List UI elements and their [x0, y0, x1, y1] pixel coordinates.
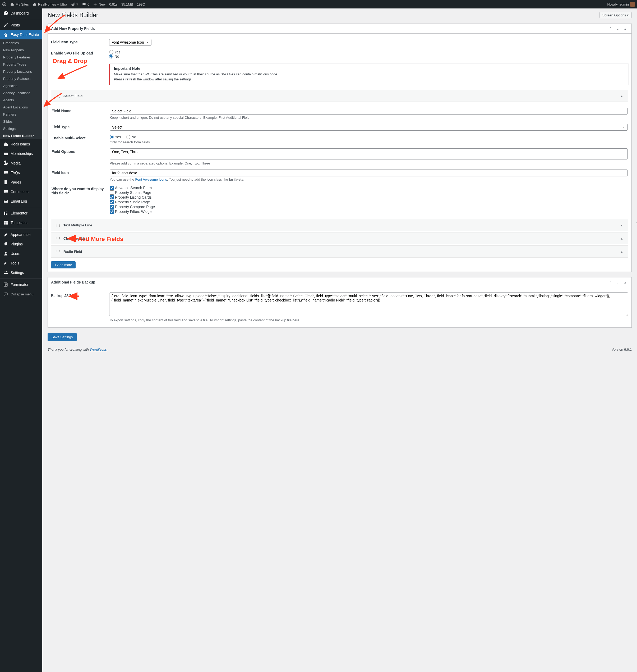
field-name-label: Field Name	[52, 108, 110, 113]
svg-point-8	[5, 273, 6, 274]
svg-upload-label: Enable SVG File Upload	[51, 50, 109, 55]
move-down-icon[interactable]: ⌄	[615, 25, 621, 32]
menu-faqs[interactable]: FAQs	[0, 168, 42, 177]
expand-field-icon[interactable]: ▴	[619, 248, 625, 255]
submenu-agency-locations[interactable]: Agency Locations	[0, 89, 42, 96]
chk-property-single[interactable]: Property Single Page	[110, 200, 628, 204]
chk-property-submit[interactable]: Property Submit Page	[110, 190, 628, 195]
menu-settings[interactable]: Settings	[0, 268, 42, 278]
drag-handle-icon[interactable]: ⋮⋮	[54, 236, 61, 241]
submenu-property-statuses[interactable]: Property Statuses	[0, 75, 42, 82]
svg-point-6	[5, 252, 6, 254]
expand-field-icon[interactable]: ▴	[619, 222, 625, 228]
add-more-button[interactable]: + Add more	[51, 261, 76, 268]
menu-media[interactable]: Media	[0, 158, 42, 168]
field-text-multiline-header[interactable]: ⋮⋮Text Multiple Line ▴	[51, 219, 628, 231]
svg-rect-2	[4, 212, 5, 215]
drag-handle-icon[interactable]: ⋮⋮	[54, 223, 61, 227]
updates[interactable]: 7	[71, 2, 78, 6]
menu-tools[interactable]: Tools	[0, 259, 42, 268]
submenu-property-features[interactable]: Property Features	[0, 54, 42, 61]
menu-templates[interactable]: Templates	[0, 218, 42, 227]
menu-appearance[interactable]: Appearance	[0, 230, 42, 239]
field-options-label: Field Options	[52, 148, 110, 154]
submenu-agent-locations[interactable]: Agent Locations	[0, 104, 42, 111]
submenu-agents[interactable]: Agents	[0, 96, 42, 104]
drag-handle-icon[interactable]: ⋮⋮	[54, 94, 61, 98]
menu-pages[interactable]: Pages	[0, 177, 42, 187]
field-icon-type-select[interactable]: Font Awesome Icons	[109, 39, 151, 46]
move-up-icon[interactable]: ⌃	[607, 25, 614, 32]
wordpress-link[interactable]: WordPress	[90, 348, 107, 352]
submenu-new-fields-builder[interactable]: New Fields Builder	[0, 132, 42, 139]
submenu-property-locations[interactable]: Property Locations	[0, 68, 42, 75]
move-up-icon[interactable]: ⌃	[607, 279, 614, 285]
svg-no[interactable]: No	[109, 54, 119, 58]
add-new-fields-box: Add New Property Fields ⌃ ⌄ ▴ Field Icon…	[48, 23, 632, 272]
chk-advance-search[interactable]: Advance Search Form	[110, 185, 628, 190]
move-down-icon[interactable]: ⌄	[615, 279, 621, 285]
screen-options-toggle[interactable]: Screen Options ▾	[599, 13, 632, 18]
svg-yes[interactable]: Yes	[109, 50, 121, 54]
svg-rect-1	[4, 153, 8, 155]
submenu-partners[interactable]: Partners	[0, 111, 42, 118]
backup-help: To export settings, copy the content of …	[109, 318, 628, 322]
wp-logo[interactable]	[2, 2, 6, 6]
field-icon-input[interactable]	[110, 170, 628, 176]
collapse-menu[interactable]: Collapse menu	[0, 289, 42, 299]
field-name-input[interactable]	[110, 108, 628, 114]
submenu-agencies[interactable]: Agencies	[0, 82, 42, 89]
multi-no[interactable]: No	[126, 135, 136, 139]
new-content[interactable]: New	[93, 2, 106, 6]
save-settings-button[interactable]: Save Settings	[48, 333, 77, 341]
drag-handle-icon[interactable]: ⋮⋮	[54, 250, 61, 254]
menu-memberships[interactable]: Memberships	[0, 149, 42, 158]
avatar	[630, 2, 635, 6]
toggle-icon[interactable]: ▴	[622, 25, 628, 32]
footer-thanks: Thank you for creating with WordPress.	[48, 348, 108, 352]
field-name-help: Keep it short and unique. Do not use any…	[110, 116, 628, 120]
menu-easy-real-estate[interactable]: Easy Real Estate	[0, 30, 42, 39]
important-note: Important Note Make sure that the SVG fi…	[109, 64, 628, 85]
multi-yes[interactable]: Yes	[110, 135, 121, 139]
submenu-properties[interactable]: Properties	[0, 39, 42, 47]
comments-count[interactable]: 0	[82, 2, 89, 6]
submenu-slides[interactable]: Slides	[0, 118, 42, 125]
field-options-textarea[interactable]: One, Two, Three	[110, 148, 628, 159]
font-awesome-link[interactable]: Font Awesome Icons	[135, 177, 167, 181]
my-sites[interactable]: My Sites	[10, 2, 29, 6]
howdy[interactable]: Howdy, admin	[607, 2, 635, 6]
chk-property-listing[interactable]: Property Listing Cards	[110, 195, 628, 199]
field-title: Text Multiple Line	[63, 223, 92, 227]
menu-forminator[interactable]: Forminator	[0, 280, 42, 289]
menu-email-log[interactable]: Email Log	[0, 196, 42, 206]
field-select-header[interactable]: ⋮⋮Select Field ▴	[51, 90, 628, 102]
menu-realhomes[interactable]: RealHomes	[0, 139, 42, 149]
field-radio-header[interactable]: ⋮⋮Radio Field ▴	[51, 245, 628, 258]
submenu-new-property[interactable]: New Property	[0, 47, 42, 54]
field-type-label: Field Type	[52, 124, 110, 129]
menu-posts[interactable]: Posts	[0, 20, 42, 30]
backup-json-label: Backup JSON	[51, 293, 109, 298]
menu-dashboard[interactable]: Dashboard	[0, 8, 42, 18]
field-checkbox-list-header[interactable]: ⋮⋮Checkbox List ▴	[51, 232, 628, 244]
chk-property-filters[interactable]: Property Filters Widget	[110, 210, 628, 214]
menu-elementor[interactable]: Elementor	[0, 208, 42, 218]
menu-comments[interactable]: Comments	[0, 187, 42, 196]
submenu-ere: Properties New Property Property Feature…	[0, 39, 42, 139]
toggle-icon[interactable]: ▴	[622, 279, 628, 285]
submenu-property-types[interactable]: Property Types	[0, 61, 42, 68]
menu-plugins[interactable]: Plugins	[0, 239, 42, 249]
field-type-select[interactable]: Select	[110, 124, 628, 131]
backup-box: Additional Fields Backup ⌃ ⌄ ▴ Backup JS…	[48, 277, 632, 328]
chk-property-compare[interactable]: Property Compare Page	[110, 205, 628, 209]
menu-users[interactable]: Users	[0, 249, 42, 259]
admin-toolbar: My Sites RealHomes – Ultra 7 0 New 0.81s…	[0, 0, 637, 8]
backup-json-textarea[interactable]: {"ere_field_icon_type":"font-icon","ere_…	[109, 293, 628, 316]
expand-field-icon[interactable]: ▴	[619, 235, 625, 242]
site-name[interactable]: RealHomes – Ultra	[33, 2, 67, 6]
submenu-settings[interactable]: Settings	[0, 125, 42, 132]
memory: 35.1MB	[121, 2, 133, 6]
collapse-field-icon[interactable]: ▴	[619, 92, 625, 99]
svg-point-7	[6, 271, 7, 272]
